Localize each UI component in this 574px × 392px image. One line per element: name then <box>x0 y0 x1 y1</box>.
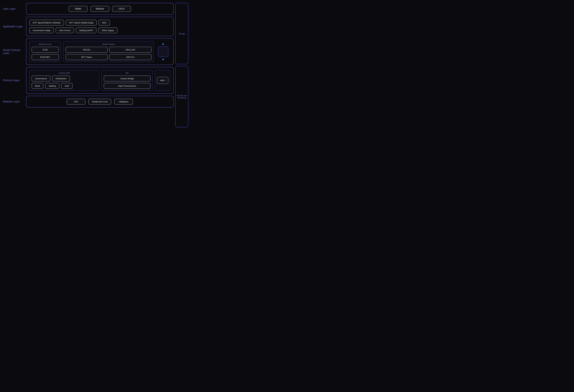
ibc-box: IBC Assets Bridge Data Transmission <box>102 70 153 91</box>
mtt-sports-website-box: MTT SportsPlatform Website <box>29 20 64 26</box>
uiux-box: UI/UX <box>112 6 131 12</box>
bank-box: Bank <box>32 83 43 89</box>
cosmos-row2: Bank Staking Auth <box>32 83 97 89</box>
sc-layer-inner: Ethermint Core EVM EVM RPC Smart Contrac… <box>29 41 170 62</box>
sc-connector-box <box>158 46 168 57</box>
governance-box: Governance <box>32 75 50 81</box>
evm-rpc-box: EVM RPC <box>32 54 59 60</box>
app-layer-content: MTT SportsPlatform Website MTT Sports Mo… <box>26 17 174 36</box>
smart-contract-box: Smart Contract ERC20 ERC1155 MTT Token E… <box>63 41 154 62</box>
app-layer-label: Application Layer <box>3 17 26 36</box>
net-layer-items: P2P Tendermint Core Validators <box>29 99 170 105</box>
proto-layer-content: Cosmos SDK Governance Distribution Bank … <box>26 67 174 94</box>
app-row1: MTT SportsPlatform Website MTT Sports Mo… <box>29 20 170 26</box>
ethermint-core-box: Ethermint Core EVM EVM RPC <box>29 41 61 62</box>
abci-box-item: ABCI <box>157 77 168 84</box>
net-layer-label: Network Layer <box>3 96 26 108</box>
smart-contract-label: Smart Contract <box>65 43 152 45</box>
mtt-token-box: MTT Token <box>65 54 108 60</box>
storage-panel: Storage <box>175 3 188 64</box>
other-dapps-box: Other Dapps <box>98 27 118 33</box>
user-layer-content: Wallet Website UI/UX <box>26 3 174 15</box>
security-label: Security and Monitoring <box>176 94 187 99</box>
user-layer-items: Wallet Website UI/UX <box>29 6 170 12</box>
data-transmission-box: Data Transmission <box>104 83 150 89</box>
ibc-items: Assets Bridge Data Transmission <box>104 75 150 89</box>
storage-label: Storage <box>179 33 185 35</box>
ibc-label: IBC <box>104 72 150 74</box>
dex-box: DEX <box>99 20 110 26</box>
user-layer-label: User Layer <box>3 3 26 15</box>
sc-layer-row: Smart Contract Layer Ethermint Core EVM … <box>3 38 174 65</box>
cosmos-label: Cosmos SDK <box>32 72 97 74</box>
tendermint-core-box: Tendermint Core <box>88 99 111 105</box>
erc721-box: ERC721 <box>109 54 152 60</box>
ethermint-label: Ethermint Core <box>32 43 59 45</box>
wallet-box: Wallet <box>69 6 87 12</box>
sc-arrows: ▲ <box>162 42 165 45</box>
staking-box: Staking <box>45 83 59 89</box>
cosmos-items: Governance Distribution Bank Staking Aut… <box>32 75 97 89</box>
security-panel: Security and Monitoring <box>175 66 188 127</box>
main-area: User Layer Wallet Website UI/UX Applicat… <box>3 3 174 127</box>
smart-contract-items: ERC20 ERC1155 MTT Token ERC721 <box>65 47 152 60</box>
website-box: Website <box>90 6 109 12</box>
sc-arrow-area: ▲ ▼ <box>156 42 170 61</box>
net-layer-row: Network Layer P2P Tendermint Core Valida… <box>3 96 174 108</box>
mtt-sports-mobile-box: MTT Sports Mobile Dapp <box>66 20 97 26</box>
proto-layer-inner: Cosmos SDK Governance Distribution Bank … <box>29 70 170 91</box>
right-panels: Storage Security and Monitoring <box>175 3 188 127</box>
cosmos-sdk-box: Cosmos SDK Governance Distribution Bank … <box>29 70 99 91</box>
governance-dapp-box: Governance Dapp <box>29 27 54 33</box>
app-layer-inner: MTT SportsPlatform Website MTT Sports Mo… <box>29 20 170 33</box>
erc1155-box: ERC1155 <box>109 47 152 53</box>
proto-layer-label: Protocol Layer <box>3 67 26 94</box>
staking-dapp-box: Staking DAPP <box>76 27 97 33</box>
p2p-box: P2P <box>67 99 85 105</box>
sc-layer-content: Ethermint Core EVM EVM RPC Smart Contrac… <box>26 38 174 65</box>
sc-arrows-down: ▼ <box>162 58 165 61</box>
evm-box: EVM <box>32 47 59 53</box>
user-layer-row: User Layer Wallet Website UI/UX <box>3 3 174 15</box>
auth-box: Auth <box>61 83 73 89</box>
app-layer-row: Application Layer MTT SportsPlatform Web… <box>3 17 174 36</box>
app-row2: Governance Dapp User Forum Staking DAPP … <box>29 27 170 33</box>
proto-layer-row: Protocol Layer Cosmos SDK Governance Dis… <box>3 67 174 94</box>
erc20-box: ERC20 <box>65 47 108 53</box>
ethermint-items: EVM EVM RPC <box>32 47 59 60</box>
assets-bridge-box: Assets Bridge <box>104 75 150 81</box>
net-layer-content: P2P Tendermint Core Validators <box>26 96 174 108</box>
sc-layer-label: Smart Contract Layer <box>3 38 26 65</box>
cosmos-row1: Governance Distribution <box>32 75 97 81</box>
distribution-box: Distribution <box>52 75 70 81</box>
validators-box: Validators <box>114 99 133 105</box>
user-forum-box: User Forum <box>56 27 74 33</box>
abci-outer-box: ABCI <box>155 70 170 91</box>
